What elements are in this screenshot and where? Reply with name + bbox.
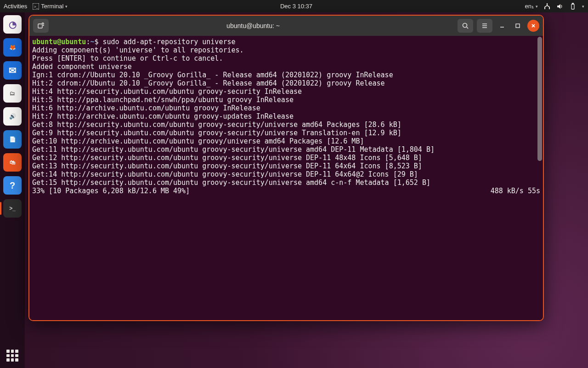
window-title: ubuntu@ubuntu: ~ — [226, 22, 280, 29]
svg-point-8 — [463, 23, 467, 28]
terminal-output: ubuntu@ubuntu:~$ sudo add-apt-repository… — [32, 38, 540, 187]
app-menu[interactable]: >_ Terminal ▾ — [33, 3, 68, 10]
svg-rect-9 — [516, 24, 520, 28]
chevron-down-icon: ▾ — [65, 4, 68, 9]
firefox-icon: 🦊 — [9, 44, 16, 51]
terminal-content[interactable]: ubuntu@ubuntu:~$ sudo add-apt-repository… — [29, 36, 543, 320]
chevron-down-icon: ▾ — [536, 4, 538, 9]
battery-icon[interactable] — [569, 3, 577, 10]
libreoffice-writer-icon: 📄 — [9, 136, 16, 143]
rhythmbox-icon: 🔊 — [9, 113, 16, 120]
new-tab-button[interactable] — [33, 19, 49, 33]
input-source-label: en₁ — [525, 3, 534, 10]
thunderbird-icon: ✉ — [9, 65, 17, 76]
dock-app-nautilus-live[interactable]: ◔ — [3, 15, 22, 34]
hamburger-menu-button[interactable] — [477, 19, 492, 33]
dock-app-rhythmbox[interactable]: 🔊 — [3, 107, 22, 126]
clock-label: Dec 3 10:37 — [280, 3, 312, 10]
volume-icon[interactable] — [556, 3, 564, 10]
prompt-user: ubuntu@ubuntu — [32, 38, 86, 46]
gnome-topbar: Activities >_ Terminal ▾ Dec 3 10:37 en₁… — [0, 0, 588, 12]
progress-right: 488 kB/s 55s — [491, 187, 540, 195]
minimize-button[interactable] — [496, 20, 508, 32]
terminal-window: ubuntu@ubuntu: ~ — [28, 15, 544, 321]
dock-app-help[interactable]: ? — [3, 176, 22, 195]
search-icon — [462, 22, 469, 29]
show-applications-button[interactable] — [0, 350, 25, 362]
svg-rect-3 — [544, 7, 545, 9]
terminal-app-icon: >_ — [33, 3, 39, 10]
dock-app-terminal[interactable]: >_ — [3, 199, 22, 218]
input-source[interactable]: en₁ ▾ — [525, 3, 538, 10]
svg-rect-7 — [38, 24, 42, 28]
dock: ◔🦊✉🗂🔊📄🛍?>_ — [0, 12, 25, 368]
apps-grid-icon — [6, 350, 18, 362]
activities-button[interactable]: Activities — [4, 3, 27, 10]
dock-app-files[interactable]: 🗂 — [3, 84, 22, 103]
svg-rect-4 — [549, 7, 550, 9]
dock-app-firefox[interactable]: 🦊 — [3, 38, 22, 57]
minimize-icon — [499, 23, 505, 29]
activities-label: Activities — [4, 3, 27, 10]
dock-app-libreoffice-writer[interactable]: 📄 — [3, 130, 22, 149]
clock[interactable]: Dec 3 10:37 — [280, 3, 312, 10]
maximize-icon — [515, 23, 520, 29]
software-icon: 🛍 — [10, 159, 15, 166]
system-menu-chevron-icon[interactable]: ▾ — [582, 4, 584, 9]
svg-rect-5 — [571, 4, 574, 9]
maximize-button[interactable] — [512, 20, 524, 32]
window-titlebar[interactable]: ubuntu@ubuntu: ~ — [29, 16, 543, 36]
help-icon: ? — [10, 180, 15, 191]
terminal-scrollbar[interactable] — [537, 37, 542, 161]
dock-app-software[interactable]: 🛍 — [3, 153, 22, 172]
svg-rect-6 — [572, 3, 574, 4]
dock-app-thunderbird[interactable]: ✉ — [3, 61, 22, 80]
hamburger-icon — [481, 22, 488, 29]
nautilus-live-icon: ◔ — [9, 19, 17, 30]
close-button[interactable] — [527, 20, 539, 32]
svg-text:>_: >_ — [34, 5, 39, 9]
svg-rect-2 — [547, 3, 548, 6]
search-button[interactable] — [458, 19, 473, 33]
app-menu-label: Terminal — [41, 3, 63, 10]
close-icon — [531, 23, 536, 29]
files-icon: 🗂 — [10, 90, 15, 97]
command: sudo add-apt-repository universe — [103, 38, 236, 46]
network-icon[interactable] — [543, 3, 551, 10]
terminal-icon: >_ — [9, 205, 16, 212]
progress-left: 33% [10 Packages 6,208 kB/12.6 MB 49%] — [32, 187, 190, 195]
